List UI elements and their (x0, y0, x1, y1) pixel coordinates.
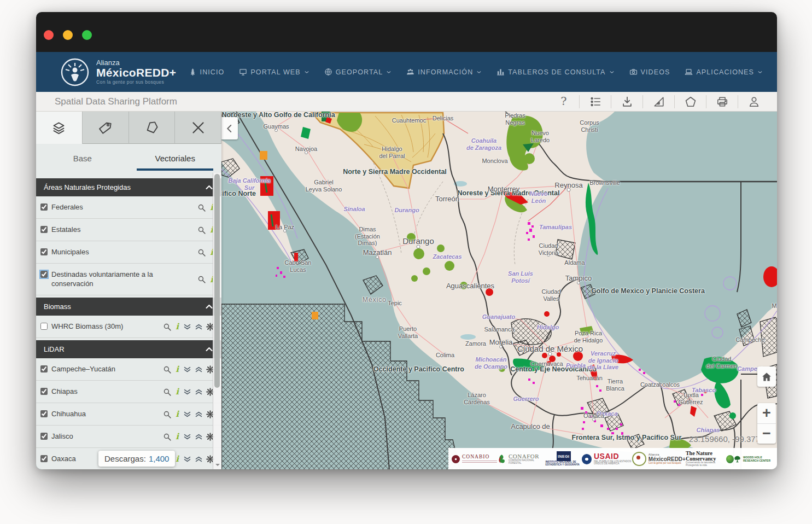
section-header-biomass[interactable]: Biomass (36, 298, 221, 316)
collapse-icon[interactable] (194, 387, 203, 397)
collapse-icon[interactable] (194, 455, 203, 464)
layer-item-jalisco[interactable]: Jalisco i (36, 426, 221, 448)
search-icon[interactable] (162, 322, 172, 331)
layer-item-whrc-biomass-30m[interactable]: WHRC Biomass (30m) i (36, 316, 221, 338)
logo-usaid[interactable]: USAID DEL PUEBLO DE LOS ESTADOS UNIDOS D… (582, 452, 632, 465)
expand-icon[interactable] (183, 365, 192, 374)
logo-label: WOODS HOLE RESEARCH CENTER (743, 456, 774, 462)
layer-checkbox[interactable] (40, 323, 48, 330)
layer-item-municipales[interactable]: Municipales i (36, 241, 221, 264)
info-icon[interactable]: i (174, 410, 180, 419)
search-icon[interactable] (162, 410, 172, 419)
info-icon[interactable]: i (174, 387, 180, 397)
logo-label: USAID (594, 452, 632, 461)
nav-item-videos[interactable]: VIDEOS (629, 68, 670, 76)
layer-item-estatales[interactable]: Estatales i (36, 219, 221, 241)
expand-icon[interactable] (183, 455, 192, 464)
nav-menu: INICIO PORTAL WEB GEOPORTAL INFORMACIÓN … (189, 68, 763, 76)
search-icon[interactable] (162, 387, 172, 397)
layer-checkbox[interactable] (40, 433, 48, 440)
collapse-icon[interactable] (194, 410, 203, 419)
logo-nature-conservancy[interactable]: The Nature Conservancy Conservando la na… (686, 451, 734, 467)
nav-item-geoportal[interactable]: GEOPORTAL (324, 68, 392, 76)
collapse-icon[interactable] (194, 432, 203, 441)
layer-toggle: WHRC Biomass (30m) (40, 322, 123, 331)
layer-list: Áreas Naturales Protegidas Federales i E… (36, 173, 221, 469)
info-icon[interactable]: i (174, 322, 180, 331)
collapse-icon[interactable] (194, 322, 203, 331)
sidebar-collapse-button[interactable] (221, 117, 238, 139)
search-icon[interactable] (197, 275, 206, 284)
nav-item-portal-web[interactable]: PORTAL WEB (239, 68, 309, 76)
help-button[interactable]: ? (548, 95, 579, 108)
print-button[interactable] (706, 95, 738, 108)
nav-item-aplicaciones[interactable]: APLICACIONES (685, 68, 763, 76)
tab-base[interactable]: Base (36, 144, 129, 173)
scrollbar-thumb[interactable] (214, 174, 220, 388)
layer-item-chihuahua[interactable]: Chihuahua i (36, 403, 221, 426)
home-extent-button[interactable] (757, 366, 776, 387)
expand-icon[interactable] (183, 432, 192, 441)
info-icon[interactable]: i (174, 365, 180, 374)
section-header-areas-naturales-protegidas[interactable]: Áreas Naturales Protegidas (36, 178, 221, 196)
layer-actions: i (162, 322, 215, 331)
downloads-tooltip: Descargas: 1,400 (98, 451, 175, 467)
logo-woods-hole[interactable]: WOODS HOLE RESEARCH CENTER (734, 455, 774, 464)
nav-item-inicio[interactable]: INICIO (189, 68, 225, 76)
logo-mexicoredd[interactable]: Alianza MéxicoREDD+ Con la gente por sus… (632, 452, 686, 466)
search-icon[interactable] (197, 225, 206, 235)
sidebar-tab-tag[interactable] (83, 112, 129, 144)
section-header-lidar[interactable]: LiDAR (36, 340, 221, 358)
tab-vectoriales[interactable]: Vectoriales (129, 144, 222, 173)
section-title: Biomass (44, 302, 71, 311)
camera-icon (629, 68, 638, 76)
close-window-button[interactable] (44, 30, 54, 40)
legend-button[interactable] (579, 95, 611, 108)
sidebar-tab-polygon[interactable] (129, 112, 176, 144)
search-icon[interactable] (197, 203, 206, 212)
scrollbar-down-arrow[interactable] (213, 461, 221, 469)
layer-checkbox[interactable] (40, 388, 48, 395)
zoom-in-button[interactable]: + (757, 403, 776, 424)
expand-icon[interactable] (183, 387, 192, 397)
expand-icon[interactable] (183, 410, 192, 419)
brand-line2: MéxicoREDD+ (96, 67, 176, 79)
zoom-window-button[interactable] (82, 30, 92, 40)
download-button[interactable] (611, 95, 642, 108)
nav-item-informacion[interactable]: INFORMACIÓN (406, 68, 482, 76)
layer-checkbox[interactable] (40, 365, 48, 372)
layer-item-federales[interactable]: Federales i (36, 196, 221, 219)
layer-item-campeche-yucatan[interactable]: Campeche–Yucatán i (36, 358, 221, 381)
layer-checkbox[interactable] (40, 248, 48, 255)
expand-icon[interactable] (183, 322, 192, 331)
search-icon[interactable] (162, 365, 172, 374)
info-icon[interactable]: i (174, 432, 180, 441)
logo-inegi[interactable]: INEGI INSTITUTO NACIONAL DE ESTADÍSTICA … (546, 451, 582, 466)
sidebar-scrollbar[interactable] (213, 173, 221, 469)
layer-checkbox[interactable] (40, 203, 48, 211)
user-button[interactable] (738, 95, 769, 108)
nav-item-label: TABLEROS DE CONSULTA (508, 68, 605, 76)
collapse-icon[interactable] (194, 365, 203, 374)
search-icon[interactable] (197, 248, 206, 257)
layer-checkbox[interactable] (40, 271, 48, 278)
page-title: Spatial Data Sharing Platform (55, 96, 177, 107)
nav-item-tableros-de-consulta[interactable]: TABLEROS DE CONSULTA (496, 68, 614, 76)
zoom-out-button[interactable]: − (757, 424, 776, 444)
layer-checkbox[interactable] (40, 455, 48, 462)
sidebar-tab-layers[interactable] (36, 112, 83, 144)
people-icon (406, 68, 414, 76)
logo-conabio[interactable]: CONABIO (452, 455, 497, 463)
logo-conafor[interactable]: CONAFOR COMISIÓN NACIONAL FORESTAL (497, 453, 546, 465)
layer-checkbox[interactable] (40, 410, 48, 417)
brand[interactable]: Alianza MéxicoREDD+ Con la gente por sus… (60, 57, 176, 87)
layer-toggle: Chiapas (40, 387, 78, 397)
measure-button[interactable] (642, 95, 674, 108)
sidebar-tab-close[interactable] (175, 112, 221, 144)
minimize-window-button[interactable] (63, 30, 73, 40)
draw-polygon-button[interactable] (674, 95, 706, 108)
layer-item-chiapas[interactable]: Chiapas i (36, 381, 221, 403)
layer-checkbox[interactable] (40, 226, 48, 233)
layer-item-destinadas-voluntariamente-a-la-conservacion[interactable]: Destinadas voluntariamente a la conserva… (36, 264, 221, 295)
search-icon[interactable] (162, 432, 172, 441)
